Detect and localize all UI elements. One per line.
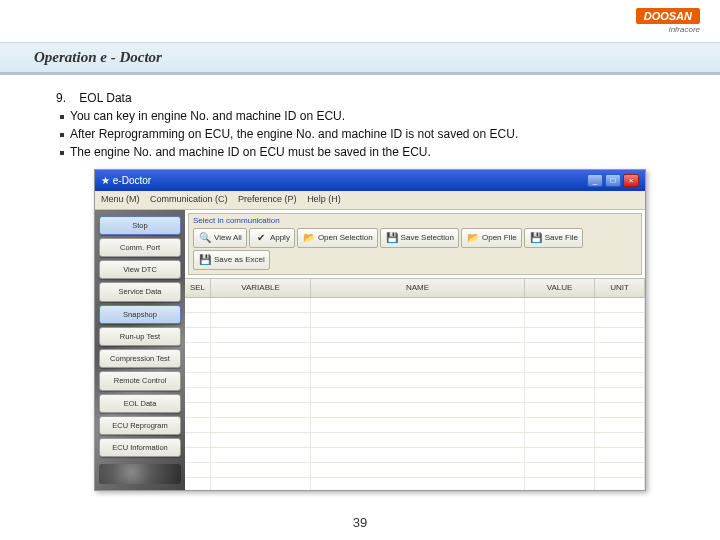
col-value: VALUE bbox=[525, 279, 595, 297]
search-icon: 🔍 bbox=[198, 231, 212, 245]
save-icon: 💾 bbox=[385, 231, 399, 245]
sidebar-remote[interactable]: Remote Control bbox=[99, 371, 181, 390]
table-row bbox=[185, 388, 645, 403]
bullet: The engine No. and machine ID on ECU mus… bbox=[70, 145, 431, 159]
folder-open-icon: 📂 bbox=[302, 231, 316, 245]
engine-image bbox=[99, 464, 181, 483]
open-file-button[interactable]: 📂Open File bbox=[461, 228, 522, 248]
menu-item[interactable]: Preference (P) bbox=[238, 194, 297, 204]
bullet: After Reprogramming on ECU, the engine N… bbox=[70, 127, 518, 141]
sidebar-ecu-info[interactable]: ECU Information bbox=[99, 438, 181, 457]
section-heading: EOL Data bbox=[79, 91, 131, 105]
maximize-button[interactable]: □ bbox=[605, 174, 621, 187]
col-name: NAME bbox=[311, 279, 525, 297]
apply-button[interactable]: ✔Apply bbox=[249, 228, 295, 248]
sidebar-eol-data[interactable]: EOL Data bbox=[99, 394, 181, 413]
close-button[interactable]: × bbox=[623, 174, 639, 187]
sidebar-service-data[interactable]: Service Data bbox=[99, 282, 181, 301]
sidebar-compression[interactable]: Compression Test bbox=[99, 349, 181, 368]
table-row bbox=[185, 343, 645, 358]
col-unit: UNIT bbox=[595, 279, 645, 297]
page-number: 39 bbox=[0, 515, 720, 530]
app-screenshot: ★ e-Doctor _ □ × Menu (M) Communication … bbox=[94, 169, 646, 491]
sidebar: Stop Comm. Port View DTC Service Data Sn… bbox=[95, 210, 185, 490]
col-sel: SEL bbox=[185, 279, 211, 297]
section-number: 9. bbox=[56, 91, 66, 105]
menubar: Menu (M) Communication (C) Preference (P… bbox=[95, 191, 645, 210]
toolbar: Select in communication 🔍View All ✔Apply… bbox=[188, 213, 642, 275]
table-row bbox=[185, 433, 645, 448]
menu-item[interactable]: Menu (M) bbox=[101, 194, 140, 204]
sidebar-ecu-reprogram[interactable]: ECU Reprogram bbox=[99, 416, 181, 435]
table-row bbox=[185, 463, 645, 478]
save-icon: 💾 bbox=[529, 231, 543, 245]
minimize-button[interactable]: _ bbox=[587, 174, 603, 187]
brand-sub: Infracore bbox=[636, 25, 700, 34]
table-row bbox=[185, 298, 645, 313]
brand-main: DOOSAN bbox=[636, 8, 700, 24]
save-file-button[interactable]: 💾Save File bbox=[524, 228, 583, 248]
sidebar-view-dtc[interactable]: View DTC bbox=[99, 260, 181, 279]
menu-item[interactable]: Help (H) bbox=[307, 194, 341, 204]
save-excel-button[interactable]: 💾Save as Excel bbox=[193, 250, 270, 270]
sidebar-runup-test[interactable]: Run-up Test bbox=[99, 327, 181, 346]
save-selection-button[interactable]: 💾Save Selection bbox=[380, 228, 459, 248]
col-variable: VARIABLE bbox=[211, 279, 311, 297]
grid-header: SEL VARIABLE NAME VALUE UNIT bbox=[185, 278, 645, 298]
page-title: Operation e - Doctor bbox=[0, 42, 720, 75]
table-row bbox=[185, 358, 645, 373]
table-row bbox=[185, 403, 645, 418]
open-selection-button[interactable]: 📂Open Selection bbox=[297, 228, 378, 248]
body-text: 9. EOL Data You can key in engine No. an… bbox=[0, 75, 720, 491]
check-icon: ✔ bbox=[254, 231, 268, 245]
table-row bbox=[185, 328, 645, 343]
view-all-button[interactable]: 🔍View All bbox=[193, 228, 247, 248]
app-icon: ★ bbox=[101, 175, 110, 186]
table-row bbox=[185, 478, 645, 490]
menu-item[interactable]: Communication (C) bbox=[150, 194, 228, 204]
window-title: e-Doctor bbox=[113, 175, 151, 186]
sidebar-snapshop[interactable]: Snapshop bbox=[99, 305, 181, 324]
grid-body bbox=[185, 298, 645, 490]
table-row bbox=[185, 448, 645, 463]
sidebar-comm-port[interactable]: Comm. Port bbox=[99, 238, 181, 257]
bullet: You can key in engine No. and machine ID… bbox=[70, 109, 345, 123]
folder-open-icon: 📂 bbox=[466, 231, 480, 245]
table-row bbox=[185, 373, 645, 388]
table-row bbox=[185, 418, 645, 433]
save-icon: 💾 bbox=[198, 253, 212, 267]
sidebar-stop[interactable]: Stop bbox=[99, 216, 181, 235]
main-area: Select in communication 🔍View All ✔Apply… bbox=[185, 210, 645, 490]
toolbar-label: Select in communication bbox=[193, 215, 637, 227]
brand-logo: DOOSAN Infracore bbox=[636, 6, 700, 34]
window-titlebar: ★ e-Doctor _ □ × bbox=[95, 170, 645, 191]
table-row bbox=[185, 313, 645, 328]
